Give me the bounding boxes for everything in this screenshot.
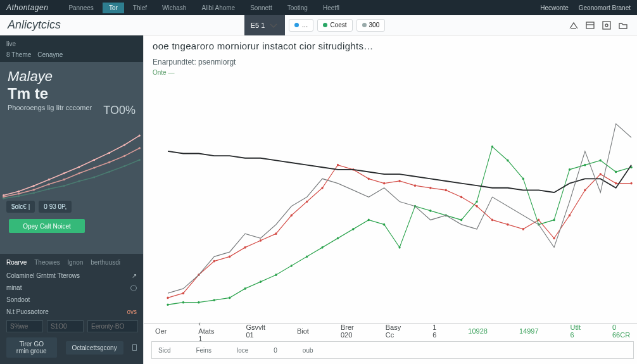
trade-tab-3[interactable]: berthuusdi [91, 259, 120, 266]
svg-point-77 [368, 219, 370, 222]
svg-point-56 [522, 228, 524, 230]
svg-point-73 [306, 255, 308, 258]
nav-tab-7[interactable]: Heetfl [317, 3, 346, 13]
svg-point-23 [3, 198, 4, 199]
xaxis-label-8: 14997 [519, 327, 539, 335]
folder-icon[interactable] [618, 20, 628, 30]
card-sub-right: TO0% [103, 104, 136, 117]
trade-tab-2[interactable]: lgnon [68, 259, 83, 266]
svg-point-16 [48, 184, 50, 185]
svg-point-87 [522, 177, 524, 180]
trade-tab-1[interactable]: Theowes [34, 259, 60, 266]
svg-point-69 [244, 287, 246, 290]
svg-point-52 [460, 196, 462, 198]
nav-tab-4[interactable]: Alibi Ahome [195, 3, 241, 13]
svg-point-76 [352, 228, 354, 230]
svg-point-4 [18, 191, 20, 192]
svg-point-54 [491, 219, 493, 222]
panel-btn-2[interactable]: Octalcettsgcony [66, 341, 123, 355]
svg-point-67 [213, 299, 215, 301]
panel-btn-1[interactable]: Tirer GO rmin groue [6, 337, 57, 358]
trade-row-a-1[interactable]: minat [6, 282, 137, 294]
trade-row-b-1[interactable]: N.t Puosaotoreovs [6, 306, 137, 318]
chart-range-label: Onte — [153, 69, 633, 76]
sidebar-trade-panel: RoarveTheoweslgnonberthuusdi Colaminel G… [0, 254, 143, 364]
card-heading-1: Malaye [0, 62, 143, 85]
svg-point-24 [18, 195, 20, 197]
open-account-button[interactable]: Opey Calt Noicet [9, 219, 85, 233]
svg-point-14 [18, 192, 20, 194]
nav-tab-3[interactable]: Wichash [156, 3, 192, 13]
nav-right-link-2[interactable]: Geonomort Branet [579, 4, 631, 11]
sidebar-tab-1[interactable]: 8 Theme [6, 51, 31, 58]
chart-legend: SicdFeinsloce0oub [151, 341, 634, 359]
layout-icon[interactable] [585, 20, 595, 30]
legend-item-1[interactable]: Feins [196, 347, 211, 354]
legend-item-0[interactable]: Sicd [158, 347, 170, 354]
xaxis-label-3: Biot [297, 327, 309, 335]
filter-pill-0[interactable]: … [289, 19, 313, 32]
filter-pill-1[interactable]: Coest [317, 19, 352, 32]
chevron-down-icon [268, 20, 279, 30]
svg-point-6 [48, 179, 50, 180]
svg-point-27 [63, 185, 65, 187]
nav-tab-5[interactable]: Sonnett [244, 3, 278, 13]
svg-point-7 [63, 172, 65, 174]
svg-point-85 [491, 146, 493, 148]
svg-point-74 [321, 246, 323, 249]
svg-point-78 [383, 223, 385, 226]
svg-point-60 [584, 189, 586, 192]
nav-tab-2[interactable]: Thief [127, 3, 153, 13]
nav-tab-0[interactable]: Pannees [62, 3, 99, 13]
svg-point-31 [123, 165, 125, 167]
svg-point-84 [476, 201, 477, 203]
field-3[interactable] [87, 320, 138, 332]
svg-point-28 [78, 180, 80, 182]
xaxis-label-2: Gsvvlt 01 [246, 323, 265, 339]
svg-point-33 [167, 297, 168, 299]
svg-point-92 [600, 160, 602, 162]
svg-point-72 [291, 265, 293, 267]
trade-row-a-0[interactable]: Colaminel Grntmt Tterows↗ [6, 270, 137, 282]
legend-item-2[interactable]: loce [237, 347, 248, 354]
trade-tab-0[interactable]: Roarve [6, 259, 27, 266]
svg-point-34 [182, 292, 184, 294]
checkbox-icon[interactable] [132, 344, 137, 351]
svg-point-39 [260, 239, 262, 242]
trade-row-b-0[interactable]: Sondoot [6, 294, 137, 306]
svg-point-37 [229, 255, 230, 258]
svg-point-81 [429, 210, 431, 212]
sidebar-tab-2[interactable]: Cenayne [37, 51, 63, 58]
export-icon[interactable] [569, 20, 579, 30]
nav-tab-1[interactable]: Tor [103, 3, 124, 13]
svg-point-57 [538, 219, 539, 222]
svg-point-17 [63, 179, 65, 180]
svg-point-29 [93, 176, 95, 178]
legend-item-3[interactable]: 0 [274, 347, 277, 354]
xaxis-label-0: Oer [155, 327, 167, 335]
nav-tab-6[interactable]: Tooting [281, 3, 314, 13]
chart-area: ooe tngearoro morniorur instacot cior si… [143, 35, 637, 364]
field-2[interactable] [47, 320, 84, 332]
svg-point-70 [260, 280, 262, 283]
svg-point-75 [337, 237, 339, 240]
field-1[interactable] [6, 320, 43, 332]
svg-point-25 [33, 192, 35, 194]
chart-plot[interactable] [155, 80, 637, 323]
svg-point-79 [398, 246, 400, 249]
timeframe-selector[interactable]: E5 1 [244, 15, 286, 35]
svg-point-51 [445, 189, 447, 192]
svg-point-8 [78, 166, 80, 168]
filter-pill-2[interactable]: 300 [356, 19, 386, 32]
settings-icon[interactable] [602, 20, 612, 30]
sidebar: live 8 Theme Cenayne Malaye Tm te Phooro… [0, 35, 143, 364]
legend-item-4[interactable]: oub [303, 347, 313, 354]
svg-point-48 [398, 180, 400, 182]
xaxis-label-4: Brer 020 [341, 323, 354, 339]
svg-point-9 [93, 159, 95, 161]
svg-point-15 [33, 189, 35, 191]
svg-point-10 [108, 152, 110, 154]
svg-point-12 [139, 134, 141, 136]
nav-right-link-1[interactable]: Hecwonte [540, 4, 568, 11]
svg-point-90 [569, 168, 571, 171]
